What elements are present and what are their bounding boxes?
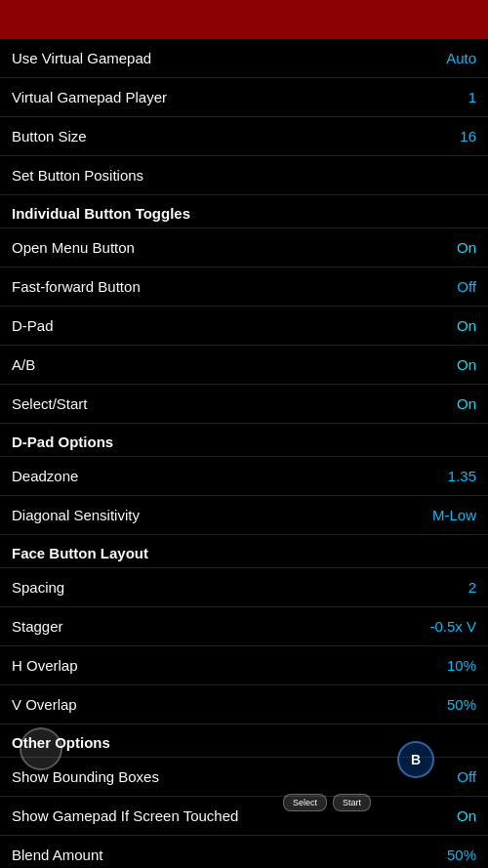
- label-virtual-gamepad-player: Virtual Gamepad Player: [12, 89, 167, 105]
- value-select-start: On: [457, 395, 476, 412]
- label-h-overlap: H Overlap: [12, 657, 78, 674]
- value-use-virtual-gamepad: Auto: [446, 50, 476, 66]
- row-fast-forward-button[interactable]: Fast-forward Button Off: [0, 268, 488, 307]
- row-select-start[interactable]: Select/Start On: [0, 385, 488, 424]
- label-ab: A/B: [12, 356, 35, 373]
- label-set-button-positions: Set Button Positions: [12, 167, 143, 184]
- label-select-start: Select/Start: [12, 395, 88, 412]
- row-button-size[interactable]: Button Size 16: [0, 117, 488, 156]
- label-v-overlap: V Overlap: [12, 696, 77, 713]
- section-header-individual-button-toggles: Individual Button Toggles: [0, 195, 488, 228]
- row-stagger[interactable]: Stagger -0.5x V: [0, 607, 488, 646]
- row-virtual-gamepad-player[interactable]: Virtual Gamepad Player 1: [0, 78, 488, 117]
- value-virtual-gamepad-player: 1: [468, 89, 476, 105]
- section-title-other-options: Other Options: [12, 734, 110, 751]
- value-show-bounding-boxes: Off: [457, 768, 476, 785]
- row-show-gamepad-if-screen-touched[interactable]: Show Gamepad If Screen Touched On: [0, 797, 488, 836]
- label-button-size: Button Size: [12, 128, 87, 145]
- label-diagonal-sensitivity: Diagonal Sensitivity: [12, 507, 140, 523]
- label-fast-forward-button: Fast-forward Button: [12, 278, 141, 295]
- row-dpad[interactable]: D-Pad On: [0, 307, 488, 346]
- value-h-overlap: 10%: [447, 657, 476, 674]
- value-spacing: 2: [468, 579, 476, 596]
- section-header-dpad-options: D-Pad Options: [0, 424, 488, 457]
- value-button-size: 16: [460, 128, 476, 145]
- row-show-bounding-boxes[interactable]: Show Bounding Boxes Off: [0, 758, 488, 797]
- row-h-overlap[interactable]: H Overlap 10%: [0, 646, 488, 685]
- row-diagonal-sensitivity[interactable]: Diagonal Sensitivity M-Low: [0, 496, 488, 535]
- row-spacing[interactable]: Spacing 2: [0, 568, 488, 607]
- value-show-gamepad-if-screen-touched: On: [457, 807, 476, 824]
- row-use-virtual-gamepad[interactable]: Use Virtual Gamepad Auto: [0, 39, 488, 78]
- row-v-overlap[interactable]: V Overlap 50%: [0, 685, 488, 724]
- value-v-overlap: 50%: [447, 696, 476, 713]
- row-open-menu-button[interactable]: Open Menu Button On: [0, 228, 488, 268]
- value-stagger: -0.5x V: [429, 618, 476, 635]
- label-spacing: Spacing: [12, 579, 64, 596]
- value-deadzone: 1.35: [448, 468, 476, 484]
- value-fast-forward-button: Off: [457, 278, 476, 295]
- label-show-gamepad-if-screen-touched: Show Gamepad If Screen Touched: [12, 807, 238, 824]
- label-show-bounding-boxes: Show Bounding Boxes: [12, 768, 159, 785]
- row-deadzone[interactable]: Deadzone 1.35: [0, 457, 488, 496]
- label-deadzone: Deadzone: [12, 468, 78, 484]
- label-dpad: D-Pad: [12, 317, 54, 334]
- value-blend-amount: 50%: [447, 847, 476, 863]
- section-title-dpad-options: D-Pad Options: [12, 434, 113, 450]
- value-open-menu-button: On: [457, 239, 476, 256]
- section-header-other-options: Other Options: [0, 724, 488, 758]
- label-use-virtual-gamepad: Use Virtual Gamepad: [12, 50, 151, 66]
- label-blend-amount: Blend Amount: [12, 847, 102, 863]
- value-dpad: On: [457, 317, 476, 334]
- value-ab: On: [457, 356, 476, 373]
- header: [0, 0, 488, 39]
- label-open-menu-button: Open Menu Button: [12, 239, 135, 256]
- label-stagger: Stagger: [12, 618, 63, 635]
- row-set-button-positions[interactable]: Set Button Positions: [0, 156, 488, 195]
- section-title-individual-button-toggles: Individual Button Toggles: [12, 205, 190, 222]
- row-ab[interactable]: A/B On: [0, 346, 488, 385]
- row-blend-amount[interactable]: Blend Amount 50%: [0, 836, 488, 868]
- section-header-face-button-layout: Face Button Layout: [0, 535, 488, 568]
- section-title-face-button-layout: Face Button Layout: [12, 545, 148, 561]
- value-diagonal-sensitivity: M-Low: [432, 507, 476, 523]
